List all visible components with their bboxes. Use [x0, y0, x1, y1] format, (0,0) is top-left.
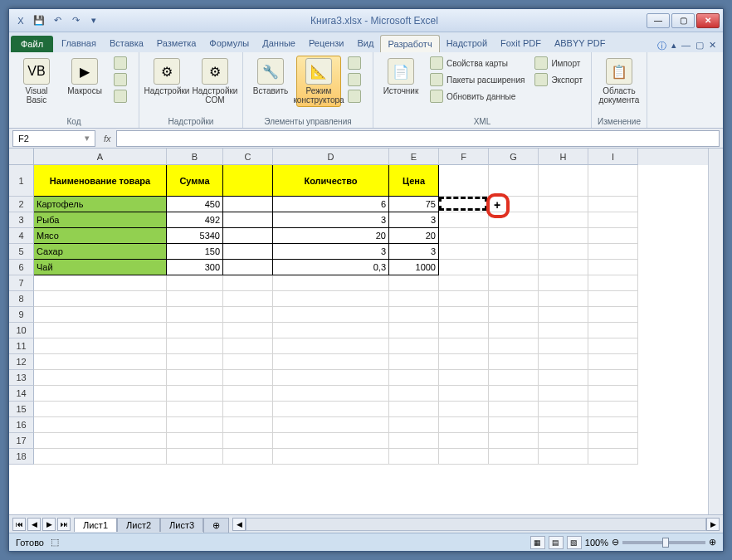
data-cell[interactable]: Мясо: [34, 228, 167, 244]
cell[interactable]: [588, 370, 638, 386]
cell[interactable]: [439, 228, 489, 244]
column-header[interactable]: C: [223, 149, 273, 165]
header-cell[interactable]: Цена: [389, 165, 439, 197]
cell[interactable]: [223, 370, 273, 386]
data-cell[interactable]: Сахар: [34, 244, 167, 260]
cell[interactable]: [34, 275, 167, 291]
ribbon-button[interactable]: VBVisual Basic: [14, 56, 59, 107]
ribbon-small-button[interactable]: [110, 72, 134, 87]
cell[interactable]: [273, 323, 389, 338]
row-header[interactable]: 11: [9, 338, 34, 354]
cell[interactable]: [539, 165, 588, 197]
cell[interactable]: [439, 449, 489, 465]
view-pagebreak-icon[interactable]: ▧: [567, 536, 582, 549]
cell[interactable]: [223, 291, 273, 307]
column-header[interactable]: D: [273, 149, 389, 165]
ribbon-small-button[interactable]: [344, 72, 368, 87]
cell[interactable]: [489, 449, 539, 465]
ribbon-tab[interactable]: Надстрой: [440, 35, 494, 52]
cell[interactable]: [588, 244, 638, 260]
cell[interactable]: [167, 338, 223, 354]
column-header[interactable]: I: [588, 149, 638, 165]
header-cell[interactable]: [223, 165, 273, 197]
cell[interactable]: [223, 307, 273, 323]
cell[interactable]: [167, 307, 223, 323]
save-icon[interactable]: 💾: [31, 12, 47, 29]
cell[interactable]: [223, 323, 273, 338]
cell[interactable]: [34, 370, 167, 386]
cell[interactable]: [588, 386, 638, 402]
column-header[interactable]: F: [439, 149, 489, 165]
help-icon[interactable]: ⓘ: [657, 40, 666, 52]
row-header[interactable]: 2: [9, 197, 34, 212]
cell[interactable]: [389, 417, 439, 433]
cell[interactable]: [539, 402, 588, 417]
view-normal-icon[interactable]: ▦: [530, 536, 545, 549]
cell[interactable]: [489, 402, 539, 417]
row-header[interactable]: 10: [9, 323, 34, 338]
ribbon-button[interactable]: 🔧Вставить: [248, 56, 293, 98]
sheet-nav-last-icon[interactable]: ⏭: [57, 518, 71, 531]
row-header[interactable]: 16: [9, 417, 34, 433]
cell[interactable]: [588, 275, 638, 291]
cell[interactable]: [539, 197, 588, 212]
cell[interactable]: [439, 370, 489, 386]
ribbon-small-button[interactable]: [344, 89, 368, 104]
column-header[interactable]: E: [389, 149, 439, 165]
cell[interactable]: [489, 323, 539, 338]
row-header[interactable]: 7: [9, 275, 34, 291]
cell[interactable]: [167, 449, 223, 465]
cell[interactable]: [539, 417, 588, 433]
cell[interactable]: [223, 417, 273, 433]
cell[interactable]: [223, 433, 273, 449]
name-box[interactable]: F2 ▾: [12, 130, 95, 147]
row-header[interactable]: 4: [9, 228, 34, 244]
scroll-left-icon[interactable]: ◀: [232, 518, 246, 531]
cell[interactable]: [539, 449, 588, 465]
cell[interactable]: [489, 165, 539, 197]
close-button[interactable]: ✕: [696, 13, 720, 28]
cell[interactable]: [439, 386, 489, 402]
cell[interactable]: [34, 417, 167, 433]
view-layout-icon[interactable]: ▤: [549, 536, 564, 549]
ribbon-tab[interactable]: Формулы: [203, 35, 256, 52]
cell[interactable]: [588, 291, 638, 307]
cell[interactable]: [167, 386, 223, 402]
cell[interactable]: [273, 433, 389, 449]
data-cell[interactable]: 300: [167, 260, 223, 275]
cell[interactable]: [539, 307, 588, 323]
cell[interactable]: [489, 370, 539, 386]
data-cell[interactable]: [223, 228, 273, 244]
column-header[interactable]: G: [489, 149, 539, 165]
cell[interactable]: [489, 244, 539, 260]
sheet-tab[interactable]: Лист3: [160, 518, 203, 532]
cell[interactable]: [167, 354, 223, 370]
formula-input[interactable]: [116, 130, 720, 147]
cell[interactable]: [439, 260, 489, 275]
zoom-slider-thumb[interactable]: [662, 538, 669, 548]
cell[interactable]: [439, 197, 489, 212]
qat-dropdown-icon[interactable]: ▾: [85, 12, 102, 29]
ribbon-small-button[interactable]: Обновить данные: [427, 89, 528, 104]
row-header[interactable]: 12: [9, 354, 34, 370]
cell[interactable]: [34, 323, 167, 338]
row-header[interactable]: 5: [9, 244, 34, 260]
file-tab[interactable]: Файл: [11, 36, 53, 52]
cell[interactable]: [167, 433, 223, 449]
cell[interactable]: [439, 275, 489, 291]
cell[interactable]: [588, 307, 638, 323]
cell[interactable]: [223, 402, 273, 417]
doc-close-icon[interactable]: ✕: [709, 40, 716, 52]
cell[interactable]: [34, 354, 167, 370]
cell[interactable]: [588, 354, 638, 370]
cell[interactable]: [273, 449, 389, 465]
select-all-corner[interactable]: [9, 149, 34, 165]
ribbon-tab[interactable]: Foxit PDF: [494, 35, 548, 52]
sheet-nav-first-icon[interactable]: ⏮: [12, 518, 26, 531]
data-cell[interactable]: 20: [273, 228, 389, 244]
cell[interactable]: [273, 370, 389, 386]
data-cell[interactable]: 3: [273, 212, 389, 228]
ribbon-button[interactable]: 📋Область документа: [597, 56, 642, 107]
cell[interactable]: [34, 291, 167, 307]
cell[interactable]: [489, 212, 539, 228]
